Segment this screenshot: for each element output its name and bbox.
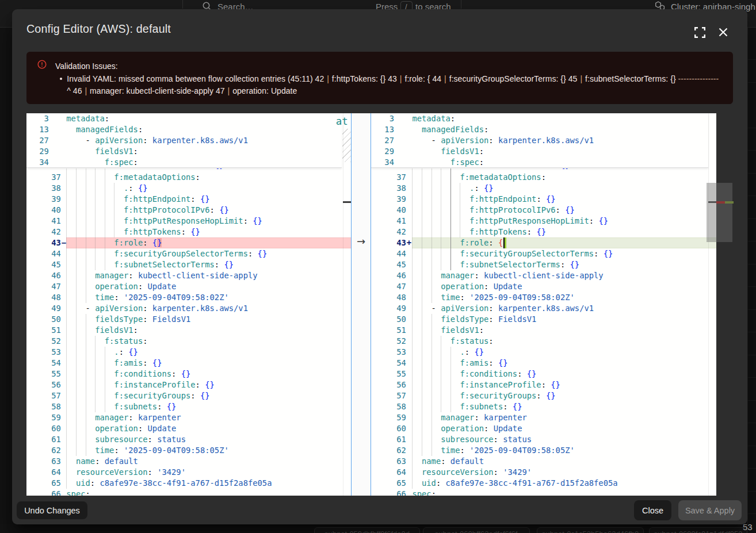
code-line-right-66[interactable]: 66spec: <box>371 489 717 496</box>
code-line-right-42[interactable]: 42f:httpTokens: {} <box>371 227 717 237</box>
code-line-left-65[interactable]: 65uid: c8afe97e-38cc-4f91-a767-d15f2a8fe… <box>26 478 351 489</box>
line-number: 66 <box>26 489 61 496</box>
indent-guide <box>66 168 67 489</box>
code-text: resourceVersion: '3429' <box>422 467 532 478</box>
code-line-right-62[interactable]: 62time: '2025-09-04T09:58:05Z' <box>371 445 717 456</box>
sticky-line-left-29[interactable]: 29fieldsV1: <box>26 146 342 157</box>
cluster-icon <box>655 1 665 10</box>
sticky-line-right-3[interactable]: 3metadata: <box>371 113 709 124</box>
code-line-left-59[interactable]: 59manager: karpenter <box>26 412 351 423</box>
code-line-left-61[interactable]: 61subresource: status <box>26 434 351 445</box>
code-text: f:instanceProfile: {} <box>114 379 214 390</box>
code-line-left-40[interactable]: 40f:httpProtocolIPv6: {} <box>26 205 351 216</box>
scrollbar-track-line <box>343 113 343 496</box>
code-line-right-51[interactable]: 51fieldsV1: <box>371 325 717 336</box>
code-line-left-37[interactable]: 37f:metadataOptions: <box>26 172 351 183</box>
code-line-left-63[interactable]: 63name: default <box>26 456 351 467</box>
code-line-right-54[interactable]: 54f:amis: {} <box>371 358 717 369</box>
code-line-right-63[interactable]: 63name: default <box>371 456 717 467</box>
code-line-right-45[interactable]: 45f:subnetSelectorTerms: {} <box>371 259 717 270</box>
line-number: 56 <box>26 379 61 390</box>
save-apply-button[interactable]: Save & Apply <box>678 500 742 520</box>
code-line-right-65[interactable]: 65uid: c8afe97e-38cc-4f91-a767-d15f2a8fe… <box>371 478 717 489</box>
code-line-left-48[interactable]: 48time: '2025-09-04T09:58:02Z' <box>26 292 351 303</box>
code-line-left-38[interactable]: 38.: {} <box>26 183 351 194</box>
close-button[interactable]: Close <box>634 500 671 520</box>
fullscreen-button[interactable] <box>689 22 710 43</box>
code-line-left-58[interactable]: 58f:subnets: {} <box>26 401 351 412</box>
code-line-right-57[interactable]: 57f:securityGroups: {} <box>371 390 717 401</box>
code-line-right-59[interactable]: 59manager: karpenter <box>371 412 717 423</box>
revert-arrow-icon[interactable]: → <box>352 236 371 247</box>
code-line-right-58[interactable]: 58f:subnets: {} <box>371 401 717 412</box>
code-line-right-52[interactable]: 52f:status: <box>371 336 717 347</box>
code-line-left-47[interactable]: 47operation: Update <box>26 281 351 292</box>
diff-sash[interactable]: → <box>351 113 371 496</box>
sticky-line-right-34[interactable]: 34f:spec: <box>371 157 709 168</box>
code-line-left-42[interactable]: 42f:httpTokens: {} <box>26 227 351 237</box>
code-line-right-64[interactable]: 64resourceVersion: '3429' <box>371 467 717 478</box>
sticky-line-right-29[interactable]: 29fieldsV1: <box>371 146 709 157</box>
code-line-right-56[interactable]: 56f:instanceProfile: {} <box>371 379 717 390</box>
code-line-right-48[interactable]: 48time: '2025-09-04T09:58:02Z' <box>371 292 717 303</box>
code-line-left-52[interactable]: 52f:status: <box>26 336 351 347</box>
code-text: .: {} <box>469 183 494 194</box>
code-line-left-57[interactable]: 57f:securityGroups: {} <box>26 390 351 401</box>
code-line-left-43[interactable]: 43−f:role: {} <box>26 237 351 248</box>
sticky-line-right-13[interactable]: 13managedFields: <box>371 124 709 135</box>
code-line-left-45[interactable]: 45f:subnetSelectorTerms: {} <box>26 259 351 270</box>
code-line-right-49[interactable]: 49- apiVersion: karpenter.k8s.aws/v1 <box>371 303 717 314</box>
code-line-right-38[interactable]: 38.: {} <box>371 183 717 194</box>
code-line-left-41[interactable]: 41f:httpPutResponseHopLimit: {} <box>26 216 351 227</box>
close-dialog-button[interactable] <box>713 22 734 43</box>
code-line-left-56[interactable]: 56f:instanceProfile: {} <box>26 379 351 390</box>
line-number: 48 <box>371 292 406 303</box>
code-text: manager: kubectl-client-side-apply <box>95 270 257 281</box>
code-line-right-50[interactable]: 50fieldsType: FieldsV1 <box>371 314 717 325</box>
code-line-right-60[interactable]: 60operation: Update <box>371 423 717 434</box>
code-line-left-62[interactable]: 62time: '2025-09-04T09:58:05Z' <box>26 445 351 456</box>
code-line-right-40[interactable]: 40f:httpProtocolIPv6: {} <box>371 205 717 216</box>
topbar-divider <box>182 0 183 9</box>
code-line-right-41[interactable]: 41f:httpPutResponseHopLimit: {} <box>371 216 717 227</box>
line-number: 13 <box>371 124 394 135</box>
sticky-line-left-34[interactable]: 34f:spec: <box>26 157 342 168</box>
code-text: f:spec: <box>105 157 138 168</box>
sticky-line-right-27[interactable]: 27- apiVersion: karpenter.k8s.aws/v1 <box>371 135 709 146</box>
code-line-right-47[interactable]: 47operation: Update <box>371 281 717 292</box>
code-line-right-39[interactable]: 39f:httpEndpoint: {} <box>371 194 717 205</box>
undo-changes-button[interactable]: Undo Changes <box>17 501 87 519</box>
code-line-left-55[interactable]: 55f:conditions: {} <box>26 369 351 379</box>
code-line-left-39[interactable]: 39f:httpEndpoint: {} <box>26 194 351 205</box>
code-line-left-53[interactable]: 53.: {} <box>26 347 351 358</box>
sticky-line-left-27[interactable]: 27- apiVersion: karpenter.k8s.aws/v1 <box>26 135 342 146</box>
code-line-left-51[interactable]: 51fieldsV1: <box>26 325 351 336</box>
code-line-right-37[interactable]: 37f:metadataOptions: <box>371 172 717 183</box>
code-line-left-44[interactable]: 44f:securityGroupSelectorTerms: {} <box>26 248 351 259</box>
code-line-left-54[interactable]: 54f:amis: {} <box>26 358 351 369</box>
code-line-right-53[interactable]: 53.: {} <box>371 347 717 358</box>
code-line-left-64[interactable]: 64resourceVersion: '3429' <box>26 467 351 478</box>
line-number: 58 <box>26 401 61 412</box>
code-line-left-49[interactable]: 49- apiVersion: karpenter.k8s.aws/v1 <box>26 303 351 314</box>
code-text: - apiVersion: karpenter.k8s.aws/v1 <box>86 135 248 146</box>
code-line-right-61[interactable]: 61subresource: status <box>371 434 717 445</box>
code-line-left-66[interactable]: 66spec: <box>26 489 351 496</box>
line-number: 63 <box>26 456 61 467</box>
code-line-right-55[interactable]: 55f:conditions: {} <box>371 369 717 379</box>
sticky-line-left-13[interactable]: 13managedFields: <box>26 124 342 135</box>
code-line-right-44[interactable]: 44f:securityGroupSelectorTerms: {} <box>371 248 717 259</box>
line-number: 48 <box>26 292 61 303</box>
code-line-right-46[interactable]: 46manager: kubectl-client-side-apply <box>371 270 717 281</box>
code-text: f:subnets: {} <box>460 401 522 412</box>
diff-modified-pane[interactable]: {}37f:metadataOptions:38.: {}39f:httpEnd… <box>371 113 717 496</box>
code-line-left-46[interactable]: 46manager: kubectl-client-side-apply <box>26 270 351 281</box>
overview-scrollbar-slider[interactable] <box>707 183 733 242</box>
code-line-left-50[interactable]: 50fieldsType: FieldsV1 <box>26 314 351 325</box>
code-line-right-43[interactable]: 43+f:role: { <box>371 237 717 248</box>
sticky-line-left-3[interactable]: 3metadata: <box>26 113 342 124</box>
diff-editor[interactable]: {}37f:metadataOptions:38.: {}39f:httpEnd… <box>26 113 734 496</box>
indent-guide <box>95 336 96 412</box>
code-line-left-60[interactable]: 60operation: Update <box>26 423 351 434</box>
diff-original-pane[interactable]: {}37f:metadataOptions:38.: {}39f:httpEnd… <box>26 113 351 496</box>
